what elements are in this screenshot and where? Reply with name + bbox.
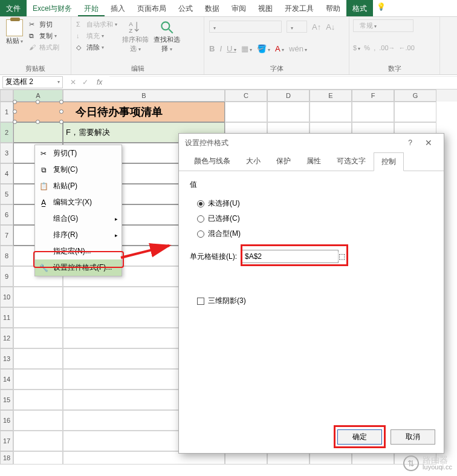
row-header[interactable]: 2	[0, 122, 13, 143]
col-header-B[interactable]: B	[63, 90, 225, 102]
clear-button[interactable]: ◇清除	[75, 42, 118, 53]
enter-formula-icon[interactable]: ✓	[82, 78, 88, 86]
radio-mixed[interactable]: 混合型(M)	[190, 226, 433, 241]
edit-text-icon: A̲	[39, 198, 48, 207]
autosum-button[interactable]: Σ自动求和	[75, 19, 118, 30]
tab-help[interactable]: 帮助	[320, 0, 346, 16]
underline-button[interactable]: U	[227, 44, 236, 53]
context-menu: ✂剪切(T) ⧉复制(C) 📋粘贴(P) A̲编辑文字(X) 组合(G)▸ 排序…	[34, 145, 122, 276]
tab-addin[interactable]: Excel与财务	[27, 0, 78, 16]
tab-file[interactable]: 文件	[0, 0, 27, 16]
ctx-order[interactable]: 排序(R)▸	[35, 227, 122, 243]
cell-link-input[interactable]: ⬚	[242, 250, 339, 263]
format-painter-button[interactable]: 🖌格式刷	[28, 42, 60, 53]
tab-data[interactable]: 数据	[199, 0, 225, 16]
dlg-tab-size[interactable]: 大小	[238, 152, 268, 171]
dlg-tab-prop[interactable]: 属性	[299, 152, 329, 171]
ctx-group[interactable]: 组合(G)▸	[35, 210, 122, 227]
col-header-F[interactable]: F	[352, 90, 394, 102]
name-box[interactable]: 复选框 2 ▾	[2, 76, 63, 88]
cancel-button[interactable]: 取消	[391, 429, 435, 445]
cell-A2[interactable]	[13, 122, 63, 143]
row-header[interactable]: 6	[0, 204, 13, 225]
dlg-tab-alt[interactable]: 可选文字	[329, 152, 374, 171]
range-picker-icon[interactable]: ⬚	[338, 252, 345, 261]
tab-insert[interactable]: 插入	[105, 0, 131, 16]
tell-me-bulb-icon[interactable]: 💡	[373, 0, 389, 16]
italic-button[interactable]: I	[219, 44, 222, 53]
font-color-button[interactable]: A	[275, 44, 284, 53]
phonetic-button[interactable]: wén	[289, 44, 307, 53]
paste-label: 粘贴	[6, 36, 23, 45]
dlg-tab-control[interactable]: 控制	[374, 152, 404, 171]
fill-color-button[interactable]: 🪣	[257, 44, 270, 53]
dlg-tab-protect[interactable]: 保护	[268, 152, 299, 171]
decrease-decimal-button[interactable]: ←.00	[399, 44, 415, 51]
radio-unchecked[interactable]: 未选择(U)	[190, 196, 433, 211]
col-header-C[interactable]: C	[225, 90, 267, 102]
sort-filter-button[interactable]: AZ 排序和筛选	[121, 19, 150, 53]
row-header[interactable]: 8	[0, 246, 13, 266]
tab-developer[interactable]: 开发工具	[279, 0, 320, 16]
find-select-button[interactable]: 查找和选择	[152, 19, 181, 53]
row-header[interactable]: 7	[0, 225, 13, 246]
border-button[interactable]: ▦	[241, 44, 252, 53]
comma-format-button[interactable]: ,	[374, 44, 375, 51]
resize-handle[interactable]	[13, 100, 17, 104]
decrease-font-icon[interactable]: A↓	[326, 22, 335, 31]
cancel-formula-icon[interactable]: ✕	[70, 78, 76, 86]
clipboard-icon: 📋	[39, 181, 48, 191]
fill-button[interactable]: ↓填充	[75, 31, 118, 41]
svg-text:Z: Z	[129, 27, 132, 34]
dialog-tabs: 颜色与线条 大小 保护 属性 可选文字 控制	[179, 152, 444, 171]
ctx-cut[interactable]: ✂剪切(T)	[35, 145, 122, 161]
paste-button[interactable]: 粘贴	[4, 19, 25, 53]
col-header-E[interactable]: E	[310, 90, 352, 102]
dialog-help-icon[interactable]: ?	[408, 139, 420, 147]
tab-home[interactable]: 开始	[78, 0, 105, 16]
row-header[interactable]: 4	[0, 163, 13, 184]
router-icon: ⇅	[403, 455, 419, 471]
row-header[interactable]: 5	[0, 184, 13, 204]
tab-page-layout[interactable]: 页面布局	[131, 0, 172, 16]
font-name-combo[interactable]	[209, 21, 282, 33]
ctx-assign-macro[interactable]: 指定宏(N)...	[35, 243, 122, 259]
percent-format-button[interactable]: %	[364, 44, 370, 51]
ctx-edit-text[interactable]: A̲编辑文字(X)	[35, 194, 122, 210]
radio-checked[interactable]: 已选择(C)	[190, 211, 433, 226]
cell[interactable]	[225, 102, 267, 122]
ctx-format-control[interactable]: 🔧设置控件格式(F)...	[35, 259, 122, 276]
col-header-G[interactable]: G	[394, 90, 436, 102]
increase-font-icon[interactable]: A↑	[312, 22, 321, 31]
fx-icon[interactable]: fx	[94, 78, 105, 86]
row-header[interactable]: 3	[0, 143, 13, 163]
row-header[interactable]: 1	[0, 102, 13, 122]
col-header-D[interactable]: D	[267, 90, 310, 102]
ok-button[interactable]: 确定	[337, 429, 382, 445]
formula-input[interactable]	[109, 76, 457, 88]
tab-formula[interactable]: 公式	[172, 0, 199, 16]
font-size-combo[interactable]	[287, 21, 307, 33]
tab-format[interactable]: 格式	[346, 0, 373, 16]
ctx-paste[interactable]: 📋粘贴(P)	[35, 178, 122, 194]
ctx-copy[interactable]: ⧉复制(C)	[35, 161, 122, 178]
dialog-close-icon[interactable]: ✕	[420, 138, 438, 148]
scissors-icon: ✂	[29, 21, 37, 29]
value-section-label: 值	[190, 180, 433, 190]
select-all-corner[interactable]	[0, 90, 13, 102]
tab-review[interactable]: 审阅	[225, 0, 252, 16]
format-control-icon: 🔧	[39, 263, 48, 273]
radio-icon	[197, 200, 204, 207]
checkbox-control-selection[interactable]	[15, 102, 62, 122]
accounting-format-button[interactable]: $	[353, 44, 360, 51]
number-format-combo[interactable]: 常规	[353, 19, 413, 32]
cut-button[interactable]: ✂剪切	[28, 19, 60, 30]
sigma-icon: Σ	[76, 21, 85, 29]
copy-button[interactable]: ⧉复制	[28, 31, 60, 41]
bold-button[interactable]: B	[209, 44, 215, 53]
tab-view[interactable]: 视图	[252, 0, 279, 16]
dlg-tab-color[interactable]: 颜色与线条	[186, 152, 238, 171]
checkbox-3d-shadow[interactable]: 三维阴影(3)	[190, 293, 433, 308]
increase-decimal-button[interactable]: .00→	[379, 44, 395, 51]
cell-link-field[interactable]	[242, 252, 338, 261]
